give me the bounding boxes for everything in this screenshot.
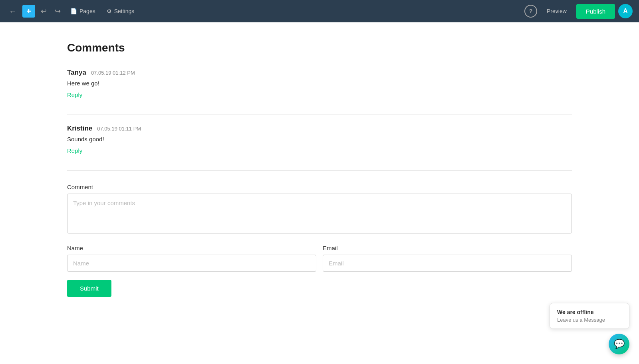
comment-item: Kristine 07.05.19 01:11 PM Sounds good! … [67,125,572,164]
email-label: Email [323,245,572,251]
avatar[interactable]: A [618,4,633,18]
redo-button[interactable]: ↪ [52,4,63,18]
comment-timestamp: 07.05.19 01:12 PM [91,70,135,76]
comment-form: Comment Name Email Submit [67,184,572,297]
undo-button[interactable]: ↩ [38,4,49,18]
pages-icon: 📄 [70,8,77,14]
email-col: Email [323,245,572,272]
comment-label: Comment [67,184,572,190]
add-button[interactable]: + [22,5,35,18]
back-button[interactable]: ← [6,4,19,18]
form-row: Name Email [67,245,572,272]
settings-button[interactable]: ⚙ Settings [103,6,139,17]
pages-label: Pages [79,8,95,14]
chat-popup: We are offline Leave us a Message [550,303,629,316]
comment-header: Tanya 07.05.19 01:12 PM [67,69,572,77]
name-input[interactable] [67,255,316,272]
reply-button-0[interactable]: Reply [67,91,82,98]
name-col: Name [67,245,316,272]
help-button[interactable]: ? [524,5,537,18]
comment-author: Kristine [67,125,92,133]
page-title: Comments [67,42,572,54]
reply-button-1[interactable]: Reply [67,147,82,154]
comment-author: Tanya [67,69,86,77]
name-label: Name [67,245,316,251]
comment-item: Tanya 07.05.19 01:12 PM Here we go! Repl… [67,69,572,108]
email-input[interactable] [323,255,572,272]
pages-button[interactable]: 📄 Pages [66,6,99,17]
settings-label: Settings [114,8,135,14]
submit-button[interactable]: Submit [67,280,111,297]
chat-offline-title: We are offline [557,309,622,315]
main-content: Comments Tanya 07.05.19 01:12 PM Here we… [0,22,639,316]
settings-icon: ⚙ [107,8,112,14]
navbar: ← + ↩ ↪ 📄 Pages ⚙ Settings ? Preview Pub… [0,0,639,22]
comment-body: Here we go! [67,80,572,87]
comment-header: Kristine 07.05.19 01:11 PM [67,125,572,133]
preview-button[interactable]: Preview [540,5,573,18]
comment-body: Sounds good! [67,136,572,142]
comment-divider-2 [67,170,572,171]
publish-button[interactable]: Publish [576,4,615,19]
comment-divider [67,115,572,115]
chat-widget: We are offline Leave us a Message 💬 [550,303,629,316]
comment-timestamp: 07.05.19 01:11 PM [97,126,141,132]
comment-textarea[interactable] [67,194,572,233]
